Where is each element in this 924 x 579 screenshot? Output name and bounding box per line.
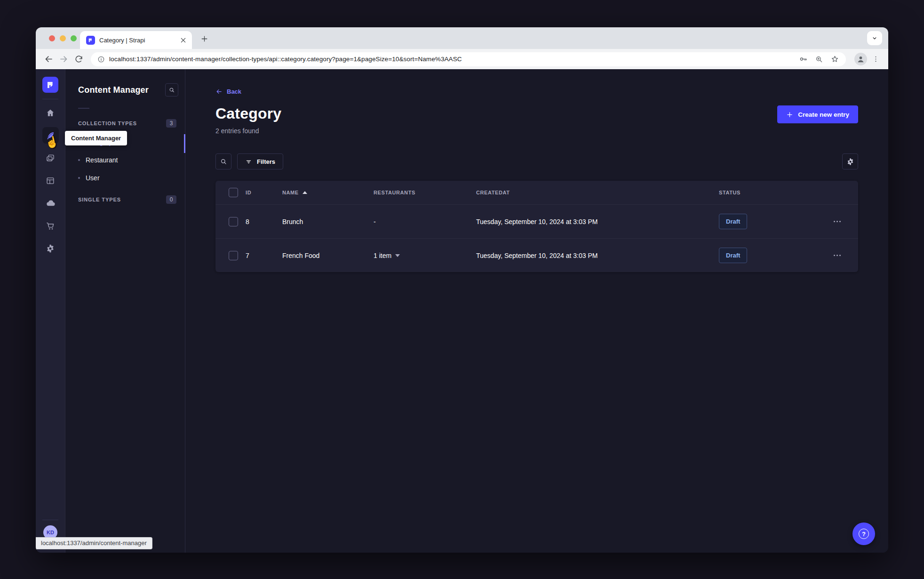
cell-createdat: Tuesday, September 10, 2024 at 3:03 PM (476, 218, 719, 225)
page-title: Category (215, 105, 281, 122)
collection-types-section: COLLECTION TYPES 3 (65, 113, 185, 133)
active-item-indicator (184, 134, 185, 153)
cell-name: Brunch (282, 218, 374, 225)
single-types-count-badge: 0 (166, 195, 176, 204)
forward-nav-icon[interactable] (57, 53, 70, 66)
marketplace-cart-icon[interactable] (42, 217, 59, 234)
sidebar-item-user[interactable]: User (65, 169, 185, 187)
tab-title: Category | Strapi (99, 37, 175, 44)
table-row[interactable]: 7 French Food 1 item Tuesday, September … (215, 238, 858, 272)
cell-id: 7 (246, 252, 282, 259)
sidebar-item-restaurant[interactable]: Restaurant (65, 151, 185, 169)
omnibox-actions (799, 55, 839, 64)
row-actions-icon[interactable] (816, 221, 858, 222)
help-button[interactable]: ? (852, 523, 875, 545)
column-header-id[interactable]: ID (246, 190, 282, 195)
browser-window: Category | Strapi localhost:1337/admin/c… (36, 27, 888, 553)
rail-divider (42, 99, 58, 99)
single-types-label: SINGLE TYPES (78, 197, 121, 202)
password-key-icon[interactable] (799, 55, 808, 64)
cell-id: 8 (246, 218, 282, 225)
filters-button[interactable]: Filters (237, 153, 283, 169)
browser-profile-icon[interactable] (854, 53, 867, 65)
sidebar-item-label: Restaurant (86, 156, 118, 164)
rail-bottom-divider (42, 520, 58, 520)
zoom-in-icon[interactable] (815, 55, 823, 64)
subnav-divider (78, 108, 89, 109)
column-header-createdat[interactable]: CREATEDAT (476, 190, 719, 195)
cell-createdat: Tuesday, September 10, 2024 at 3:03 PM (476, 252, 719, 259)
main-content: Back Category Create new entry 2 entries… (185, 69, 888, 553)
single-types-section: SINGLE TYPES 0 (65, 190, 185, 209)
table-search-icon[interactable] (215, 153, 231, 169)
reload-icon[interactable] (72, 53, 85, 66)
maximize-window-button[interactable] (71, 35, 77, 41)
entries-count: 2 entries found (215, 127, 858, 135)
window-controls (49, 35, 77, 41)
question-icon: ? (859, 529, 869, 539)
bullet-icon (78, 159, 80, 161)
back-nav-icon[interactable] (42, 53, 55, 66)
row-checkbox[interactable] (229, 251, 238, 260)
column-header-name[interactable]: NAME (282, 190, 374, 195)
cell-restaurants[interactable]: 1 item (374, 252, 476, 259)
rail-icons (42, 105, 59, 257)
column-header-restaurants[interactable]: RESTAURANTS (374, 190, 476, 195)
strapi-logo-icon[interactable] (42, 77, 58, 93)
table-header-row: ID NAME RESTAURANTS CREATEDAT STATUS (215, 181, 858, 204)
tab-close-icon[interactable] (179, 36, 187, 44)
cell-name: French Food (282, 252, 374, 259)
bookmark-star-icon[interactable] (830, 55, 839, 64)
link-status-bubble: localhost:1337/admin/content-manager (36, 537, 152, 549)
home-icon[interactable] (42, 105, 59, 121)
bullet-icon (78, 177, 80, 179)
plus-icon (786, 111, 793, 118)
browser-toolbar: localhost:1337/admin/content-manager/col… (36, 49, 888, 69)
create-new-entry-button[interactable]: Create new entry (777, 105, 858, 123)
url-text[interactable]: localhost:1337/admin/content-manager/col… (109, 56, 795, 63)
select-all-checkbox[interactable] (229, 188, 238, 197)
minimize-window-button[interactable] (60, 35, 66, 41)
sidebar-item-label: User (86, 174, 100, 182)
collection-types-count-badge: 3 (166, 119, 176, 128)
table-row[interactable]: 8 Brunch - Tuesday, September 10, 2024 a… (215, 204, 858, 238)
entries-table: ID NAME RESTAURANTS CREATEDAT STATUS 8 B… (215, 181, 858, 272)
address-bar[interactable]: localhost:1337/admin/content-manager/col… (91, 52, 846, 66)
new-tab-button[interactable] (199, 34, 209, 43)
cloud-icon[interactable] (42, 195, 59, 211)
site-info-icon[interactable] (97, 56, 105, 63)
browser-tab-strip: Category | Strapi (36, 27, 888, 49)
row-checkbox[interactable] (229, 217, 238, 226)
sort-asc-icon[interactable] (303, 191, 307, 194)
cell-restaurants: - (374, 218, 476, 225)
media-library-icon[interactable] (42, 150, 59, 166)
settings-gear-icon[interactable] (42, 240, 59, 257)
browser-tab[interactable]: Category | Strapi (80, 31, 192, 49)
arrow-left-icon (215, 88, 223, 95)
table-settings-gear-icon[interactable] (842, 153, 858, 169)
chevron-down-icon[interactable] (395, 254, 400, 257)
close-window-button[interactable] (49, 35, 55, 41)
subnav-title: Content Manager (78, 85, 149, 95)
row-actions-icon[interactable] (816, 255, 858, 256)
column-header-status[interactable]: STATUS (719, 190, 816, 195)
subnav-search-icon[interactable] (165, 83, 178, 96)
strapi-app: KD Content Manager COLLECTION TYPES 3 Ca… (36, 69, 888, 553)
status-badge: Draft (719, 214, 747, 229)
back-link[interactable]: Back (215, 88, 241, 95)
status-badge: Draft (719, 248, 747, 263)
browser-menu-icon[interactable] (869, 53, 882, 66)
filter-icon (245, 158, 252, 165)
content-manager-tooltip: Content Manager (65, 131, 127, 145)
tab-search-chevron-icon[interactable] (867, 31, 882, 45)
collection-types-label: COLLECTION TYPES (78, 121, 137, 126)
content-type-builder-icon[interactable] (42, 172, 59, 189)
strapi-favicon-icon (86, 36, 95, 45)
